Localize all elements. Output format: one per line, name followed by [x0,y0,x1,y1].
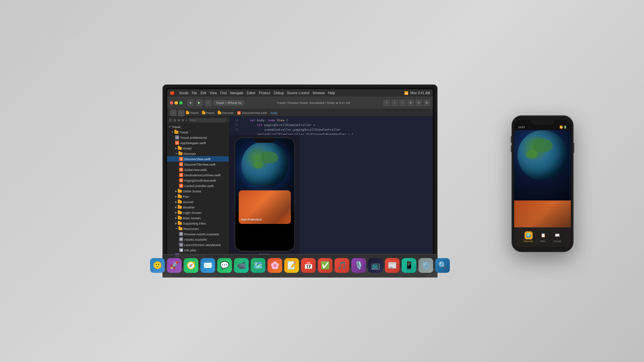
dock-podcasts[interactable]: 🎙️ [351,258,366,273]
menu-view[interactable]: View [210,91,217,95]
tree-arrow-model: ▶ [175,147,177,150]
tree-item-launchscreen[interactable]: ⊟ LaunchScreen.storyboard [167,242,229,247]
sidebar-search-input[interactable] [189,118,227,122]
tree-label-previewassets: Preview Assets.xcassets [184,232,227,236]
sidebar-filter-icon[interactable]: ⊕ [177,118,180,122]
dock-finder[interactable]: 🙂 [150,258,165,273]
tree-label-launchscreen: LaunchScreen.storyboard [184,243,227,247]
tree-item-journal[interactable]: ▶ Journal [167,199,229,204]
tree-item-discover[interactable]: ▼ Discover [167,151,229,156]
iphone-globe-sphere [518,130,568,180]
menu-editor[interactable]: Editor [247,91,256,95]
dock-facetime[interactable]: 📹 [234,258,249,273]
tree-label-discoverview: DiscoverView.swift [184,157,227,161]
code-content[interactable]: var body: some View { let pagingScrollVi… [240,117,433,135]
panel-toggle[interactable]: ≡ [205,100,211,106]
sidebar-search-icon[interactable]: ⊕ [173,118,176,122]
tree-item-plan[interactable]: ▶ Plan [167,194,229,199]
tree-item-discovertileview[interactable]: S DiscoverTileView.swift [167,162,229,167]
iphone-screen: 12:27 📶 🔋 San Francisco [514,120,571,247]
forward-button[interactable]: › [399,100,406,106]
menu-edit[interactable]: Edit [201,91,206,95]
tree-label-resources: Resources [183,227,227,231]
menu-help[interactable]: Help [328,91,335,95]
menu-product[interactable]: Product [259,91,270,95]
sidebar-add-icon[interactable]: + [185,118,187,122]
tab-plan[interactable]: 📋 Plan [539,231,547,242]
tab-journal[interactable]: 📖 Journal [553,231,561,242]
dock-search[interactable]: 🔍 [435,258,450,273]
macbook-screen-bezel: 🍎 Xcode File Edit View Find Navigate Edi… [166,88,434,265]
dock-systemprefs[interactable]: ⚙️ [418,258,433,273]
tree-item-entitlements[interactable]: ⚙ Travel.entitlements [167,135,229,140]
globe-land2 [253,162,263,168]
menu-window[interactable]: Window [313,91,325,95]
tree-item-weather[interactable]: ▶ Weather [167,204,229,210]
dock-launchpad[interactable]: 🚀 [167,258,181,273]
tree-item-globeview[interactable]: S GlobeView.swift [167,167,229,172]
traffic-light-minimize[interactable] [174,101,178,105]
dock-notes[interactable]: 📝 [284,258,299,273]
tree-item-cardscontroller[interactable]: S CardsController.swift [167,183,229,188]
tree-item-infoplist[interactable]: 📄 Info.plist [167,247,229,253]
tree-item-assets[interactable]: 🖼 Assets.xcassets [167,237,229,242]
traffic-light-close[interactable] [170,101,173,105]
tree-item-destinations[interactable]: S DestinationsListView.swift [167,172,229,178]
tree-item-globescene[interactable]: ▶ Globe Scene [167,188,229,194]
xcode-app: 🍎 Xcode File Edit View Find Navigate Edi… [167,89,433,263]
tree-item-travel-root[interactable]: ▼ Travel [167,124,229,129]
tree-label-globeview: GlobeView.swift [184,168,227,172]
preview-phone: San Francisco [234,137,295,251]
tree-item-model[interactable]: ▶ Model [167,145,229,151]
macbook-screen-outer: 🍎 Xcode File Edit View Find Navigate Edi… [162,84,437,268]
tab-discover-label: Discover [524,240,533,242]
navigator-toggle[interactable]: ⊠ [423,100,430,106]
sidebar[interactable]: ☰ ⊕ ⊕ ⊕ + ⊙ [167,117,229,257]
run-button[interactable]: ▶ [196,100,203,106]
dock-tv[interactable]: 📺 [368,258,383,273]
tree-item-pagingscroll[interactable]: S PagingScrollView.swift [167,178,229,183]
dock-safari[interactable]: 🧭 [183,258,198,273]
dock-photos[interactable]: 🌸 [267,258,282,273]
inspector-toggle[interactable]: ⊞ [407,100,414,106]
dock-mail[interactable]: ✉️ [200,258,215,273]
back-button[interactable]: ‹ [391,100,398,106]
dock-appstore[interactable]: 📱 [401,258,416,273]
code-area: 141516 1718 19 20212223 2425 272829 3536… [229,117,433,257]
dock-music[interactable]: 🎵 [334,258,349,273]
tree-item-supportingfiles[interactable]: ▶ Supporting Files [167,221,229,226]
tree-item-travel-group[interactable]: ▼ Travel [167,129,229,135]
menu-file[interactable]: File [192,91,197,95]
add-button[interactable]: + [383,100,390,106]
stop-button[interactable]: ■ [187,100,194,106]
tab-discover[interactable]: 🌍 Discover [524,231,533,242]
dock-calendar[interactable]: 📅 [301,258,316,273]
tree-label-discover: Discover [183,152,227,156]
toolbar-right-buttons: + ‹ › ⊞ ⊟ ⊠ [383,100,430,106]
menu-source-control[interactable]: Source Control [287,91,310,95]
menu-debug[interactable]: Debug [274,91,283,95]
scheme-selector[interactable]: Travel › iPhone Xs [213,100,244,106]
dock-maps[interactable]: 🗺️ [251,258,265,273]
sidebar-sort-icon[interactable]: ⊕ [181,118,184,122]
tree-item-appdelegate[interactable]: S AppDelegate.swift [167,140,229,145]
tree-item-loginscreen[interactable]: ▶ Login Screen [167,210,229,215]
menu-xcode[interactable]: Xcode [179,91,188,95]
nav-back[interactable]: ‹ [170,110,176,116]
tree-item-resources[interactable]: ▼ Resources [167,226,229,231]
tree-item-discoverview[interactable]: S DiscoverView.swift [167,156,229,162]
tree-item-previewassets[interactable]: 🖼 Preview Assets.xcassets [167,231,229,237]
dock-reminders[interactable]: ✅ [318,258,332,273]
menu-navigate[interactable]: Navigate [230,91,243,95]
macbook: 🍎 Xcode File Edit View Find Navigate Edi… [162,84,437,278]
traffic-light-fullscreen[interactable] [179,101,182,105]
nav-forward[interactable]: › [178,110,184,116]
code-editor[interactable]: 141516 1718 19 20212223 2425 272829 3536… [229,117,433,135]
dock-messages[interactable]: 💬 [217,258,232,273]
apple-menu[interactable]: 🍎 [170,90,175,95]
tree-item-mainscreen[interactable]: ▶ Main Screen [167,215,229,221]
sidebar-nav-icon[interactable]: ☰ [169,118,172,122]
menu-find[interactable]: Find [220,91,227,95]
dock-news[interactable]: 📰 [385,258,399,273]
editor-toggle[interactable]: ⊟ [415,100,422,106]
